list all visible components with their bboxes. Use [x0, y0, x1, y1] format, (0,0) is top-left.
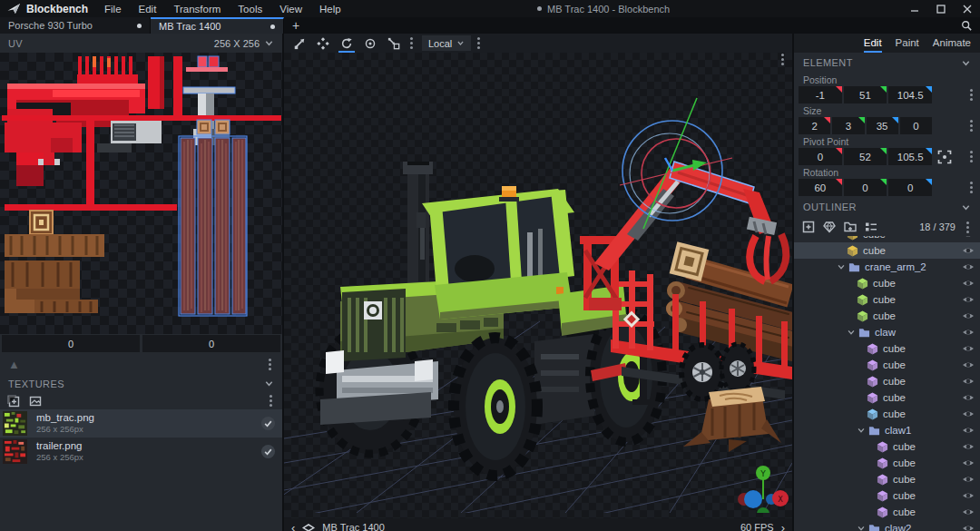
textures-panel-header[interactable]: TEXTURES — [0, 375, 282, 392]
tool-menu[interactable] — [410, 42, 413, 44]
chevron-down-icon[interactable] — [847, 328, 856, 337]
new-tab-button[interactable]: + — [284, 17, 308, 34]
outliner-row-group[interactable]: claw — [794, 324, 980, 340]
tab-edit[interactable]: Edit — [864, 34, 882, 53]
folder-icon[interactable] — [868, 523, 880, 531]
eye-icon[interactable] — [962, 375, 975, 388]
vertex-snap-tool-button[interactable] — [384, 34, 404, 53]
eye-icon[interactable] — [962, 473, 975, 486]
uv-mirror-icon[interactable]: ▲ — [8, 359, 20, 370]
position-z-field[interactable]: 104.5 — [888, 86, 932, 103]
outliner-row[interactable]: cube — [794, 291, 980, 308]
eye-icon[interactable] — [962, 261, 975, 273]
size-x-field[interactable]: 2 — [799, 117, 830, 134]
texture-item-mb-trac[interactable]: mb_trac.png 256 x 256px — [0, 409, 282, 438]
outliner-row[interactable]: cube — [794, 487, 980, 504]
transform-space-select[interactable]: Local — [422, 35, 471, 51]
cube-icon[interactable] — [877, 457, 888, 469]
size-menu[interactable] — [970, 124, 973, 127]
menu-file[interactable]: File — [104, 4, 122, 15]
viewport-canvas[interactable]: Y X — [284, 53, 792, 518]
chevron-down-icon[interactable] — [264, 38, 274, 48]
folder-icon[interactable] — [868, 425, 880, 437]
outliner-row[interactable]: cube — [794, 471, 980, 487]
uv-editor-canvas[interactable] — [0, 53, 282, 334]
uv-resolution[interactable]: 256 X 256 — [214, 38, 260, 49]
cube-icon[interactable] — [867, 343, 878, 355]
cube-icon[interactable] — [867, 392, 878, 404]
eye-icon[interactable] — [962, 408, 975, 420]
cube-icon[interactable] — [877, 490, 888, 502]
cube-icon[interactable] — [847, 245, 858, 257]
eye-icon[interactable] — [962, 506, 975, 518]
cube-icon[interactable] — [877, 474, 888, 486]
next-model-arrow[interactable]: › — [781, 522, 785, 531]
outliner-row-group[interactable]: claw1 — [794, 422, 980, 438]
cube-icon[interactable] — [857, 310, 868, 322]
pivot-y-field[interactable]: 52 — [844, 148, 887, 165]
inflate-field[interactable]: 0 — [900, 117, 932, 134]
space-menu[interactable] — [477, 42, 480, 44]
eye-icon[interactable] — [962, 424, 975, 437]
menu-help[interactable]: Help — [319, 4, 341, 15]
eye-icon[interactable] — [962, 236, 975, 241]
pivot-x-field[interactable]: 0 — [799, 148, 842, 165]
folder-icon[interactable] — [858, 327, 870, 339]
eye-icon[interactable] — [962, 244, 975, 257]
outliner-row-group[interactable]: crane_arm_2 — [794, 259, 980, 275]
outliner-row[interactable]: cube — [794, 373, 980, 389]
menu-tools[interactable]: Tools — [238, 4, 262, 15]
eye-icon[interactable] — [962, 457, 975, 469]
chevron-down-icon[interactable] — [837, 262, 846, 271]
search-button[interactable] — [953, 17, 980, 34]
add-cube-icon[interactable] — [802, 221, 815, 233]
rotation-x-field[interactable]: 60 — [799, 179, 842, 196]
eye-icon[interactable] — [962, 489, 975, 502]
outliner-row-selected[interactable]: cube — [794, 242, 980, 259]
move-tool-button[interactable] — [289, 34, 309, 53]
cube-icon[interactable] — [877, 441, 888, 453]
texture-enabled-check-icon[interactable] — [260, 416, 276, 431]
uv-slider-x[interactable]: 0 — [2, 335, 140, 352]
add-group-icon[interactable] — [844, 221, 857, 233]
size-y-field[interactable]: 3 — [832, 117, 864, 134]
chevron-down-icon[interactable] — [961, 202, 971, 212]
outliner-row-group[interactable]: claw2 — [794, 520, 980, 531]
rotation-y-field[interactable]: 0 — [844, 179, 887, 196]
tab-animate[interactable]: Animate — [933, 34, 971, 53]
folder-icon[interactable] — [848, 261, 860, 273]
eye-icon[interactable] — [962, 522, 975, 531]
tab-porsche-930-turbo[interactable]: Porsche 930 Turbo — [0, 17, 151, 34]
pivot-menu[interactable] — [970, 155, 973, 158]
textures-toolbar-menu[interactable] — [270, 399, 272, 402]
cube-icon[interactable] — [867, 359, 878, 371]
create-texture-icon[interactable] — [29, 395, 42, 408]
maximize-button[interactable] — [927, 0, 954, 17]
chevron-down-icon[interactable] — [857, 426, 866, 435]
outliner-row[interactable]: cube — [794, 389, 980, 406]
size-z-field[interactable]: 35 — [867, 117, 898, 134]
rotation-menu[interactable] — [970, 186, 973, 189]
chevron-down-icon[interactable] — [264, 379, 274, 388]
menu-transform[interactable]: Transform — [173, 4, 220, 15]
eye-icon[interactable] — [962, 310, 975, 322]
texture-enabled-check-icon[interactable] — [260, 444, 276, 459]
import-texture-icon[interactable] — [7, 395, 20, 408]
outliner-row[interactable]: cube — [794, 357, 980, 373]
viewport-menu[interactable] — [781, 58, 784, 61]
eye-icon[interactable] — [962, 326, 975, 339]
toggle-outliner-options-icon[interactable] — [865, 221, 877, 233]
outliner-row[interactable]: cube — [794, 236, 980, 242]
tab-paint[interactable]: Paint — [896, 34, 919, 53]
outliner-row[interactable]: cube — [794, 308, 980, 324]
menu-edit[interactable]: Edit — [139, 4, 157, 15]
cube-icon[interactable] — [857, 294, 868, 306]
chevron-down-icon[interactable] — [961, 58, 971, 68]
position-menu[interactable] — [970, 93, 973, 96]
cube-icon[interactable] — [847, 236, 858, 241]
center-pivot-icon[interactable] — [937, 150, 952, 164]
eye-icon[interactable] — [962, 293, 975, 306]
outliner-panel-header[interactable]: OUTLINER — [794, 196, 980, 218]
pivot-tool-button[interactable] — [360, 34, 380, 53]
eye-icon[interactable] — [962, 359, 975, 371]
